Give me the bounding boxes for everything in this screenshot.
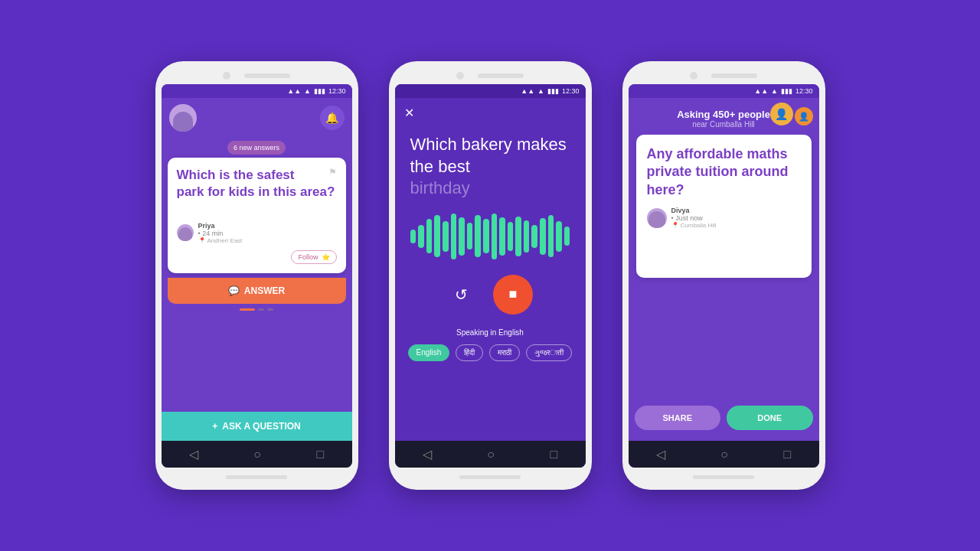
wave-bar-3 <box>434 215 440 257</box>
new-answers-badge: 6 new answers <box>227 141 286 155</box>
stop-button[interactable]: ■ <box>493 275 533 315</box>
home-nav-icon[interactable]: ○ <box>253 448 261 461</box>
wave-bar-6 <box>459 217 465 256</box>
poster-location-3: 📍Cumballa Hill <box>671 222 717 229</box>
camera-dot <box>223 72 230 80</box>
wave-bar-2 <box>426 219 433 253</box>
nav-bar-1: ◁ ○ □ <box>162 441 352 468</box>
done-button[interactable]: DONE <box>727 406 813 430</box>
card-dots <box>162 304 352 315</box>
speaker-bar-3 <box>711 73 757 78</box>
wave-bar-14 <box>524 220 530 253</box>
wave-bar-10 <box>492 214 498 259</box>
phone1-screen: ▲▲ ▲ ▮▮▮ 12:30 🔔 6 new answers ⚑ Which i… <box>162 84 352 468</box>
question-text-3: Any affordable maths private tuition aro… <box>647 145 801 199</box>
wave-bar-8 <box>475 215 481 257</box>
action-buttons: SHARE DONE <box>629 399 819 436</box>
speaker-bar <box>244 73 290 78</box>
poster-avatar-1 <box>177 224 194 241</box>
wave-bar-18 <box>556 221 562 252</box>
poster-avatar-3 <box>647 208 667 228</box>
question-card-1: ⚑ Which is the safest park for kids in t… <box>168 158 346 273</box>
battery-icon-3: ▮▮▮ <box>781 87 792 95</box>
wifi-icon-3: ▲ <box>771 87 778 95</box>
flag-icon: ⚑ <box>328 167 337 178</box>
battery-icon: ▮▮▮ <box>314 87 325 95</box>
phone-2: ▲▲ ▲ ▮▮▮ 12:30 ✕ Which bakery makes the … <box>389 61 592 490</box>
lang-chip-3[interactable]: ગુજरাती <box>526 344 572 361</box>
user-row-1: Priya • 24 min 📍Andheri East <box>177 222 337 244</box>
signal-icon: ▲▲ <box>287 87 301 95</box>
time-display: 12:30 <box>328 87 346 95</box>
asking-header: Asking 450+ people near Cumballa Hill 👤 … <box>629 98 819 135</box>
home-nav-icon-3[interactable]: ○ <box>720 448 728 461</box>
recent-nav-icon[interactable]: □ <box>317 448 325 461</box>
recent-nav-icon-2[interactable]: □ <box>550 448 558 461</box>
notification-bell[interactable]: 🔔 <box>320 106 345 130</box>
wave-bar-13 <box>515 217 521 256</box>
status-bar-3: ▲▲ ▲ ▮▮▮ 12:30 <box>629 84 819 98</box>
recording-controls: ↺ ■ <box>395 267 586 322</box>
lang-chip-0[interactable]: English <box>408 344 450 361</box>
question-text-1: Which is the safest park for kids in thi… <box>177 167 337 201</box>
language-chips: Englishहिंदीमराठीગુજरাती <box>395 341 586 370</box>
wave-bar-12 <box>508 222 514 251</box>
phone3-screen: ▲▲ ▲ ▮▮▮ 12:30 Asking 450+ people near C… <box>629 84 819 468</box>
poster-info-3: Divya • Just now 📍Cumballa Hill <box>671 207 717 229</box>
back-nav-icon-2[interactable]: ◁ <box>423 447 432 461</box>
phone1-header: 🔔 <box>162 98 352 138</box>
answer-button[interactable]: 💬 ANSWER <box>168 278 346 304</box>
wave-bar-0 <box>410 230 416 243</box>
nav-bar-2: ◁ ○ □ <box>395 441 586 468</box>
close-button[interactable]: ✕ <box>395 98 586 128</box>
poster-location-1: 📍Andheri East <box>198 237 243 244</box>
phone2-screen: ▲▲ ▲ ▮▮▮ 12:30 ✕ Which bakery makes the … <box>395 84 586 468</box>
recent-nav-icon-3[interactable]: □ <box>784 448 792 461</box>
wave-bar-16 <box>540 218 546 255</box>
ask-question-button[interactable]: + ASK A QUESTION <box>162 412 352 441</box>
status-bar-2: ▲▲ ▲ ▮▮▮ 12:30 <box>395 84 586 98</box>
user-avatar-1 <box>169 104 197 132</box>
wave-bar-11 <box>499 217 505 256</box>
wave-bar-17 <box>548 215 554 257</box>
camera-dot-3 <box>690 72 697 80</box>
battery-icon-2: ▮▮▮ <box>547 87 559 95</box>
status-bar-1: ▲▲ ▲ ▮▮▮ 12:30 <box>162 84 352 98</box>
user-row-3: Divya • Just now 📍Cumballa Hill <box>647 207 801 229</box>
wave-bar-15 <box>531 225 537 248</box>
wave-bar-9 <box>483 219 489 253</box>
poster-info-1: Priya • 24 min 📍Andheri East <box>198 222 243 244</box>
share-button[interactable]: SHARE <box>635 406 721 430</box>
wifi-icon-2: ▲ <box>537 87 544 95</box>
nav-bar-3: ◁ ○ □ <box>629 441 819 468</box>
lang-chip-1[interactable]: हिंदी <box>456 344 483 361</box>
audio-waveform <box>395 206 586 267</box>
follow-button[interactable]: Follow ⭐ <box>291 250 336 264</box>
wave-bar-1 <box>418 225 424 248</box>
phone-1: ▲▲ ▲ ▮▮▮ 12:30 🔔 6 new answers ⚑ Which i… <box>155 61 358 490</box>
illustration: 👤 👤 <box>770 103 813 126</box>
home-nav-icon-2[interactable]: ○ <box>487 448 495 461</box>
camera-dot-2 <box>456 72 464 80</box>
time-display-3: 12:30 <box>795 87 813 95</box>
speaking-label: Speaking in English <box>395 322 586 341</box>
p3-main: Any affordable maths private tuition aro… <box>629 135 819 441</box>
speaker-bar-2 <box>478 73 524 78</box>
phone-3: ▲▲ ▲ ▮▮▮ 12:30 Asking 450+ people near C… <box>622 61 825 490</box>
follow-row: Follow ⭐ <box>177 250 337 264</box>
lang-chip-2[interactable]: मराठी <box>489 344 520 361</box>
wave-bar-5 <box>451 214 457 259</box>
back-nav-icon[interactable]: ◁ <box>189 447 198 461</box>
signal-icon-2: ▲▲ <box>521 87 534 95</box>
voice-question: Which bakery makes the best birthday <box>395 128 586 206</box>
signal-icon-3: ▲▲ <box>754 87 768 95</box>
wifi-icon: ▲ <box>304 87 311 95</box>
time-display-2: 12:30 <box>562 87 580 95</box>
wave-bar-4 <box>443 221 449 252</box>
back-nav-icon-3[interactable]: ◁ <box>656 447 665 461</box>
replay-button[interactable]: ↺ <box>447 281 475 308</box>
wave-bar-7 <box>467 223 473 249</box>
wave-bar-19 <box>564 227 570 246</box>
question-card-3: Any affordable maths private tuition aro… <box>636 135 812 278</box>
